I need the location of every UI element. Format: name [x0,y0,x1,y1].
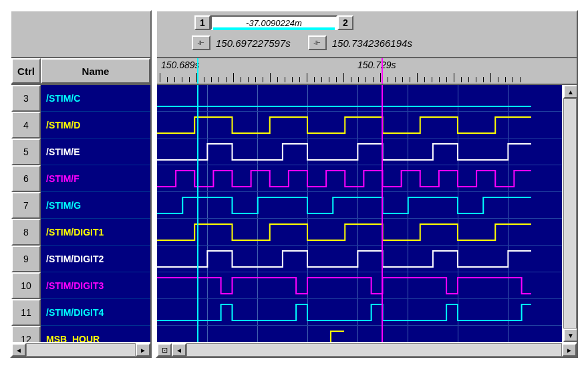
signal-row[interactable]: 8/STIM/DIGIT1 [11,219,150,246]
signal-row[interactable]: 6/STIM/F [11,165,150,192]
wave-row [157,165,562,192]
wave-row [157,272,562,299]
wave-row [157,326,562,342]
cursor-1-marker[interactable]: 1 [194,15,210,30]
wave-row [157,85,562,112]
ruler-label-2: 150.729s [357,60,396,70]
signal-row-name[interactable]: /STIM/DIGIT4 [41,299,150,326]
cursor-1-line[interactable] [197,85,198,342]
scroll-track[interactable] [26,343,136,357]
signal-row[interactable]: 12MSB_HOUR [11,326,150,342]
wave-scroll-track[interactable] [186,343,562,357]
scroll-right-button[interactable]: ► [136,343,150,357]
signal-row-number[interactable]: 5 [11,139,41,165]
signal-row-number[interactable]: 12 [11,326,41,342]
signal-row-name[interactable]: /STIM/DIGIT3 [41,272,150,299]
ruler-label-1: 150.689s [161,60,200,70]
waveform-canvas[interactable] [157,85,562,342]
wave-scroll-left-button[interactable]: ◄ [172,343,186,357]
wave-row [157,112,562,139]
ruler-ticks [157,73,577,82]
waveform-panel: 1 -37.0090224m 2 -⊩ 150.697227597s -⊩ 15… [156,10,578,358]
wave-row [157,139,562,165]
signal-row-number[interactable]: 9 [11,246,41,272]
waveform-hscrollbar[interactable]: ⊡ ◄ ► [157,342,577,357]
signal-row[interactable]: 9/STIM/DIGIT2 [11,246,150,272]
signal-row-name[interactable]: /STIM/DIGIT1 [41,219,150,246]
signal-rows: 3/STIM/C4/STIM/D5/STIM/E6/STIM/F7/STIM/G… [11,85,150,342]
wave-row [157,299,562,326]
signal-row-number[interactable]: 11 [11,299,41,326]
signal-row-number[interactable]: 8 [11,219,41,246]
signal-row-name[interactable]: /STIM/DIGIT2 [41,246,150,272]
wave-scroll-right-button[interactable]: ► [562,343,577,357]
signal-list-header: Ctrl Name [11,58,150,85]
signal-row[interactable]: 10/STIM/DIGIT3 [11,272,150,299]
signal-row-number[interactable]: 6 [11,165,41,192]
wave-row [157,192,562,219]
cursor-2-step-button[interactable]: -⊩ [308,35,327,50]
column-header-name[interactable]: Name [41,58,150,84]
signal-row-number[interactable]: 3 [11,85,41,112]
signal-row-name[interactable]: MSB_HOUR [41,326,150,342]
scroll-left-button[interactable]: ◄ [11,343,26,357]
cursor-1-time: 150.697227597s [210,37,296,49]
signal-row-number[interactable]: 7 [11,192,41,219]
waveform-vscrollbar[interactable]: ▲ ▼ [562,85,577,342]
signal-row[interactable]: 11/STIM/DIGIT4 [11,299,150,326]
signal-row[interactable]: 4/STIM/D [11,112,150,139]
signal-row[interactable]: 3/STIM/C [11,85,150,112]
waveform-area: ▲ ▼ [157,85,577,342]
signal-row-name[interactable]: /STIM/F [41,165,150,192]
signal-list-hscrollbar[interactable]: ◄ ► [11,342,150,357]
wave-row [157,246,562,272]
signal-row-number[interactable]: 4 [11,112,41,139]
signal-row[interactable]: 7/STIM/G [11,192,150,219]
signal-row-number[interactable]: 10 [11,272,41,299]
signal-row-name[interactable]: /STIM/G [41,192,150,219]
time-ruler[interactable]: 150.689s 150.729s [157,58,577,85]
scroll-up-button[interactable]: ▲ [563,85,577,98]
column-header-ctrl[interactable]: Ctrl [11,58,41,84]
signal-row-name[interactable]: /STIM/E [41,139,150,165]
waveform-viewer: Ctrl Name 3/STIM/C4/STIM/D5/STIM/E6/STIM… [10,10,578,358]
scroll-down-button[interactable]: ▼ [563,329,577,342]
left-header-spacer [11,11,150,58]
cursor-2-marker[interactable]: 2 [337,15,353,30]
cursor-2-time: 150.7342366194s [327,37,418,49]
zoom-fit-button[interactable]: ⊡ [157,343,172,357]
cursor-2-line[interactable] [382,85,383,342]
cursor-header: 1 -37.0090224m 2 -⊩ 150.697227597s -⊩ 15… [157,11,577,58]
wave-row [157,219,562,246]
signal-row-name[interactable]: /STIM/D [41,112,150,139]
signal-row-name[interactable]: /STIM/C [41,85,150,112]
signal-row[interactable]: 5/STIM/E [11,139,150,165]
cursor-delta-value: -37.0090224m [210,15,337,30]
vscroll-track[interactable] [563,98,577,329]
signal-list-panel: Ctrl Name 3/STIM/C4/STIM/D5/STIM/E6/STIM… [10,10,152,358]
cursor-1-step-button[interactable]: -⊩ [192,35,210,50]
